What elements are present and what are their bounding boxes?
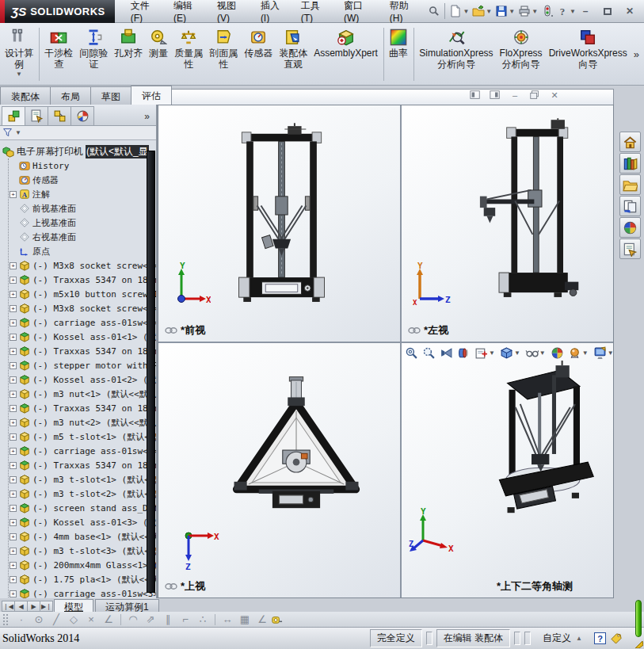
expand-icon[interactable]: + — [10, 590, 17, 597]
expand-icon[interactable]: + — [10, 433, 17, 441]
expand-icon[interactable]: + — [10, 277, 17, 284]
expand-icon[interactable]: + — [10, 334, 17, 341]
viewport-top[interactable]: XZ*上视 — [158, 343, 400, 597]
doc-pane-left-button[interactable] — [469, 90, 482, 101]
tree-item[interactable]: +(-) carriage ass-01sw<2> — [10, 444, 156, 458]
expand-icon[interactable]: + — [10, 448, 17, 455]
tree-item[interactable]: +(-) m3 nut<2> (默认<<默认> — [10, 415, 156, 429]
expand-icon[interactable]: + — [10, 348, 17, 355]
expand-icon[interactable]: + — [10, 505, 17, 512]
tree-item[interactable]: +(-) carriage ass-01sw<3> — [10, 586, 156, 598]
expand-icon[interactable]: + — [10, 319, 17, 326]
zoom-area-button[interactable] — [421, 345, 436, 361]
taskpane-resources-home-button[interactable] — [619, 132, 641, 152]
chevron-down-icon[interactable]: ▼ — [485, 8, 493, 15]
tree-item[interactable]: +(-) Kossel ass-01<1> (默认 — [10, 330, 156, 344]
tree-item[interactable]: +(-) 4mm base<1> (默认<<默 — [10, 529, 156, 544]
tag-icon[interactable] — [610, 632, 622, 644]
mirror-tool-button[interactable]: ⇗ — [142, 613, 159, 625]
cross-tool-button[interactable]: × — [82, 613, 100, 625]
maximize-button[interactable] — [600, 5, 615, 17]
expand-icon[interactable]: + — [10, 491, 17, 498]
expand-icon[interactable]: + — [10, 191, 17, 198]
chevron-down-icon[interactable]: ▼ — [15, 71, 23, 78]
line-tool-button[interactable]: ╱ — [48, 613, 65, 625]
previous-view-button[interactable] — [439, 345, 454, 361]
fm-tab-dimxpertmanager[interactable] — [70, 106, 94, 125]
chevron-down-icon[interactable]: ▼ — [581, 349, 589, 357]
ribbon-driveworksxpress-button[interactable]: DriveWorksXpress向导 — [546, 25, 631, 83]
nav-last-button[interactable]: ▶❘ — [40, 601, 53, 612]
open-folder-button[interactable]: ▼ — [471, 3, 493, 19]
ribbon-curvature-button[interactable]: 曲率 — [386, 25, 411, 83]
tree-filter-row[interactable]: ▼ — [0, 126, 156, 140]
view-orientation-button[interactable]: ▼ — [474, 345, 497, 361]
funnel-icon[interactable] — [2, 128, 13, 138]
search-icon[interactable] — [425, 3, 441, 19]
tree-item[interactable]: 原点 — [10, 244, 156, 258]
viewport-horizontal-splitter[interactable] — [158, 342, 613, 343]
tree-item[interactable]: 前视基准面 — [10, 201, 156, 216]
ribbon-measure-button[interactable]: 测量 — [146, 25, 171, 83]
taskpane-design-library-button[interactable] — [619, 153, 641, 174]
tree-item[interactable]: +(-) m3 t-slot<3> (默认<<默 — [10, 544, 156, 558]
tree-item[interactable]: +(-) m3 t-slot<2> (默认<<默 — [10, 487, 156, 501]
expand-icon[interactable]: + — [10, 476, 17, 483]
dimension-tool-button[interactable]: ↔ — [219, 613, 236, 625]
taskpane-view-palette-button[interactable] — [619, 196, 641, 216]
tree-item[interactable]: +(-) 1.75 pla<1> (默认<<默 — [10, 572, 156, 586]
fm-tabs-overflow[interactable]: » — [144, 111, 156, 125]
expand-icon[interactable]: + — [10, 519, 17, 526]
viewport-left[interactable]: YZX*左视 — [402, 105, 613, 342]
tree-item[interactable]: +(-) Kossel ass-01<3> (默认 — [10, 515, 156, 529]
tree-item[interactable]: 上视基准面 — [10, 216, 156, 230]
taskpane-custom-properties-button[interactable] — [619, 239, 641, 259]
tree-item[interactable]: +(-) carriage ass-01sw<1> — [10, 315, 156, 330]
taskpane-appearances-button[interactable] — [619, 217, 641, 238]
doc-pane-right-button[interactable] — [489, 90, 501, 101]
custom-status-selector[interactable]: 自定义 ▲ — [535, 630, 590, 647]
toolbar-drag-grip[interactable] — [2, 613, 8, 625]
circle-tool-button[interactable]: ⊙ — [30, 613, 48, 625]
spline-tool-button[interactable]: ∴ — [194, 613, 211, 625]
tape-measure-tool-button[interactable] — [271, 613, 288, 625]
display-style-button[interactable]: ▼ — [499, 345, 522, 361]
rebuild-button[interactable] — [540, 3, 554, 19]
tree-item[interactable]: +(-) M3x8 socket screw<2> — [10, 301, 156, 315]
close-button[interactable]: ✕ — [622, 5, 638, 17]
doc-restore-button[interactable] — [528, 90, 541, 101]
ribbon-design-study-button[interactable]: 设计算例▼ — [2, 25, 36, 83]
tree-scrollbar[interactable] — [147, 151, 155, 593]
expand-icon[interactable]: + — [10, 291, 17, 298]
tab-评估[interactable]: 评估 — [131, 86, 172, 105]
minimize-button[interactable]: – — [577, 5, 593, 17]
tree-item[interactable]: +(-) m3 t-slot<1> (默认<<默 — [10, 472, 156, 487]
tree-item[interactable]: +(-) screen stand ass_Defa — [10, 501, 156, 515]
ribbon-mass-properties-button[interactable]: 质量属性 — [171, 25, 206, 83]
expand-icon[interactable]: + — [10, 362, 17, 369]
ribbon-section-properties-button[interactable]: 剖面属性 — [206, 25, 241, 83]
expand-icon[interactable]: + — [10, 405, 17, 412]
point-tool-button[interactable]: · — [13, 613, 30, 625]
ribbon-overflow-button[interactable]: » — [631, 48, 642, 60]
ribbon-assemblyxpert-button[interactable]: AssemblyXpert — [311, 25, 381, 83]
chevron-down-icon[interactable]: ▼ — [14, 129, 22, 136]
ribbon-assembly-visualize-button[interactable]: 装配体直观 — [276, 25, 311, 83]
expand-icon[interactable]: + — [10, 533, 17, 540]
ribbon-interference-check-button[interactable]: 干涉检查 — [41, 25, 76, 83]
tree-item[interactable]: 传感器 — [10, 173, 156, 187]
angle-lines-tool-button[interactable]: ∠ — [100, 613, 117, 625]
expand-icon[interactable]: + — [10, 562, 17, 569]
tree-item[interactable]: 右视基准面 — [10, 230, 156, 244]
grid-tool-button[interactable]: ▦ — [236, 613, 253, 625]
chevron-down-icon[interactable]: ▼ — [569, 8, 577, 15]
arc-tool-button[interactable]: ◠ — [124, 613, 142, 625]
expand-icon[interactable]: + — [10, 391, 17, 398]
green-scrollbar-thumb[interactable] — [635, 600, 642, 637]
nav-next-button[interactable]: ▶ — [27, 601, 40, 612]
tree-item[interactable]: +(-) Traxxas 5347 on 180mm — [10, 273, 156, 287]
tree-item[interactable]: +(-) Traxxas 5347 on 180mm — [10, 344, 156, 358]
chevron-down-icon[interactable]: ▼ — [488, 349, 496, 357]
corner-tool-button[interactable]: ⌐ — [177, 613, 194, 625]
tree-item[interactable]: +A注解 — [10, 187, 156, 201]
